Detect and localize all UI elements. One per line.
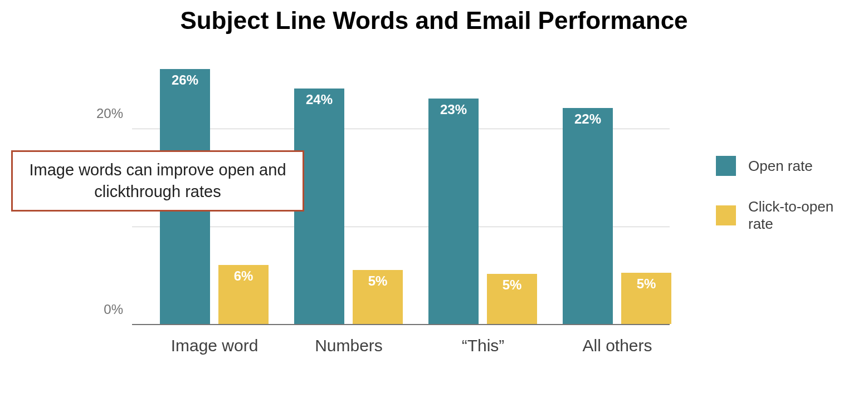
bar-label: 22% xyxy=(563,111,613,127)
x-axis xyxy=(132,324,670,325)
category-label: Numbers xyxy=(315,325,383,355)
bar-label: 5% xyxy=(487,277,537,293)
annotation-callout: Image words can improve open and clickth… xyxy=(11,150,304,212)
y-tick-0: 0% xyxy=(104,302,132,317)
bar-label: 5% xyxy=(353,273,403,289)
legend-item-click-to-open-rate: Click-to-open rate xyxy=(716,198,861,233)
category-label: “This” xyxy=(462,325,505,355)
legend-item-open-rate: Open rate xyxy=(716,156,861,176)
legend: Open rate Click-to-open rate xyxy=(716,156,861,255)
legend-label: Click-to-open rate xyxy=(748,198,861,233)
bar-label: 26% xyxy=(160,72,210,88)
y-tick-20: 20% xyxy=(96,106,132,121)
category-label: Image word xyxy=(171,325,259,355)
legend-swatch-click xyxy=(716,205,736,225)
bar-open-all-others: 22% xyxy=(563,108,613,324)
bar-click-image-word: 6% xyxy=(218,265,269,324)
bar-label: 24% xyxy=(294,92,344,107)
bar-click-this: 5% xyxy=(487,274,537,324)
bar-open-this: 23% xyxy=(428,99,479,324)
bar-label: 5% xyxy=(621,276,671,292)
bar-click-numbers: 5% xyxy=(353,270,403,324)
bar-click-all-others: 5% xyxy=(621,273,671,324)
legend-swatch-open xyxy=(716,156,736,176)
bar-label: 6% xyxy=(218,268,269,284)
legend-label: Open rate xyxy=(748,158,813,175)
category-label: All others xyxy=(582,325,652,355)
bar-label: 23% xyxy=(428,102,479,117)
chart-title: Subject Line Words and Email Performance xyxy=(0,7,868,35)
